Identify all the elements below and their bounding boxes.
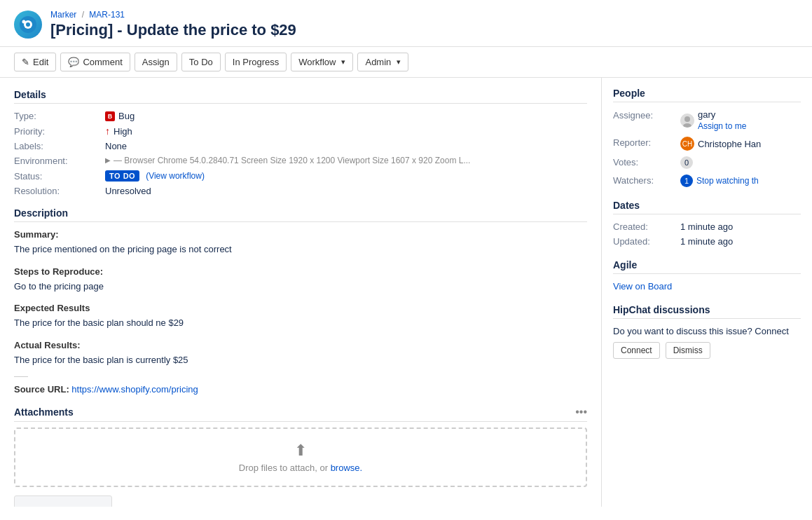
- reporter-value: CH Christophe Han: [680, 137, 801, 151]
- stop-watching-link[interactable]: Stop watching th: [696, 176, 759, 186]
- hipchat-title: HipChat discussions: [613, 304, 801, 319]
- assign-button[interactable]: Assign: [135, 53, 177, 71]
- resolution-value: Unresolved: [105, 186, 587, 196]
- votes-label: Votes:: [613, 156, 676, 167]
- browse-link[interactable]: browse.: [331, 463, 363, 473]
- divider: [14, 376, 28, 377]
- edit-button[interactable]: ✎ Edit: [14, 53, 56, 71]
- type-value: B Bug: [105, 111, 587, 121]
- assign-to-me-link[interactable]: Assign to me: [698, 121, 746, 131]
- labels-label: Labels:: [14, 141, 98, 151]
- details-title: Details: [14, 89, 587, 104]
- details-section: Details Type: B Bug Priority: ↑ High Lab…: [14, 89, 587, 196]
- in-progress-button[interactable]: In Progress: [225, 53, 287, 71]
- edit-icon: ✎: [22, 57, 29, 67]
- votes-badge: 0: [680, 156, 693, 169]
- thumbnail: Set up your store, pick a plan later: [14, 495, 112, 507]
- expected-label: Expected Results: [14, 303, 587, 313]
- drop-zone[interactable]: ⬆ Drop files to attach, or browse.: [14, 427, 587, 487]
- expected-block: Expected Results The price for the basic…: [14, 303, 587, 330]
- watchers-badge: 1: [680, 175, 693, 187]
- svg-point-5: [684, 116, 690, 122]
- svg-point-2: [26, 22, 30, 27]
- dismiss-button[interactable]: Dismiss: [666, 342, 710, 359]
- environment-label: Environment:: [14, 156, 98, 166]
- watchers-row: Watchers: 1 Stop watching th: [613, 175, 801, 187]
- source-url-label: Source URL:: [14, 384, 69, 395]
- watchers-label: Watchers:: [613, 175, 676, 186]
- priority-label: Priority:: [14, 126, 98, 137]
- steps-text: Go to the pricing page: [14, 280, 587, 294]
- created-value: 1 minute ago: [680, 221, 801, 232]
- breadcrumb-issue[interactable]: MAR-131: [89, 10, 125, 20]
- actual-text: The price for the basic plan is currentl…: [14, 353, 587, 367]
- comment-button[interactable]: 💬 Comment: [60, 53, 130, 71]
- priority-icon: ↑: [105, 125, 110, 137]
- view-on-board-link[interactable]: View on Board: [613, 281, 672, 292]
- labels-value: None: [105, 141, 587, 151]
- attachments-header: Attachments •••: [14, 406, 587, 422]
- bug-icon: B: [105, 111, 115, 121]
- drop-text: Drop files to attach, or: [239, 463, 328, 473]
- status-label: Status:: [14, 171, 98, 182]
- connect-button[interactable]: Connect: [613, 342, 660, 359]
- agile-section: Agile View on Board: [613, 259, 801, 292]
- environment-value: ▶ — Browser Chrome 54.0.2840.71 Screen S…: [105, 156, 587, 166]
- type-label: Type:: [14, 111, 98, 121]
- updated-value: 1 minute ago: [680, 236, 801, 247]
- breadcrumb: Marker / MAR-131: [50, 10, 296, 20]
- actual-block: Actual Results: The price for the basic …: [14, 340, 587, 367]
- people-title: People: [613, 88, 801, 102]
- main-layout: Details Type: B Bug Priority: ↑ High Lab…: [0, 78, 812, 507]
- votes-row: Votes: 0: [613, 156, 801, 169]
- details-grid: Type: B Bug Priority: ↑ High Labels: Non…: [14, 111, 587, 196]
- assignee-value: gary Assign to me: [680, 109, 801, 131]
- chevron-right-icon: ▶: [105, 156, 111, 164]
- admin-button[interactable]: Admin: [357, 53, 408, 71]
- summary-label: Summary:: [14, 229, 587, 240]
- dates-title: Dates: [613, 200, 801, 214]
- expected-text: The price for the basic plan should ne $…: [14, 316, 587, 330]
- created-row: Created: 1 minute ago: [613, 221, 801, 232]
- reporter-avatar: CH: [680, 137, 694, 151]
- view-workflow-link[interactable]: (View workflow): [146, 171, 205, 181]
- toolbar: ✎ Edit 💬 Comment Assign To Do In Progres…: [0, 47, 812, 78]
- hipchat-text: Do you want to discuss this issue? Conne…: [613, 326, 801, 336]
- header-text: Marker / MAR-131 [Pricing] - Update the …: [50, 10, 296, 39]
- description-title: Description: [14, 207, 587, 222]
- sidebar: People Assignee: gary Assign to me: [602, 78, 812, 507]
- attachments-section: Attachments ••• ⬆ Drop files to attach, …: [14, 406, 587, 507]
- resolution-label: Resolution:: [14, 186, 98, 196]
- steps-block: Steps to Reproduce: Go to the pricing pa…: [14, 266, 587, 294]
- attachments-more-button[interactable]: •••: [575, 406, 587, 418]
- summary-block: Summary: The price mentioned on the pric…: [14, 229, 587, 256]
- dates-section: Dates Created: 1 minute ago Updated: 1 m…: [613, 200, 801, 247]
- updated-label: Updated:: [613, 236, 676, 247]
- status-value: TO DO (View workflow): [105, 170, 587, 182]
- people-section: People Assignee: gary Assign to me: [613, 88, 801, 187]
- priority-value: ↑ High: [105, 125, 587, 137]
- workflow-button[interactable]: Workflow: [291, 53, 353, 71]
- source-url-link[interactable]: https://www.shopify.com/pricing: [71, 384, 198, 395]
- svg-point-3: [22, 20, 26, 24]
- watchers-value: 1 Stop watching th: [680, 175, 801, 187]
- todo-button[interactable]: To Do: [181, 53, 221, 71]
- source-url-block: Source URL: https://www.shopify.com/pric…: [14, 384, 587, 395]
- votes-value: 0: [680, 156, 801, 169]
- agile-title: Agile: [613, 259, 801, 274]
- actual-label: Actual Results:: [14, 340, 587, 350]
- updated-row: Updated: 1 minute ago: [613, 236, 801, 247]
- status-badge: TO DO: [105, 170, 139, 182]
- reporter-label: Reporter:: [613, 137, 676, 148]
- summary-text: The price mentioned on the pricing page …: [14, 242, 587, 256]
- issue-title: [Pricing] - Update the price to $29: [50, 21, 296, 39]
- breadcrumb-project[interactable]: Marker: [50, 10, 76, 20]
- hipchat-section: HipChat discussions Do you want to discu…: [613, 304, 801, 359]
- header: Marker / MAR-131 [Pricing] - Update the …: [0, 0, 812, 47]
- assignee-label: Assignee:: [613, 109, 676, 121]
- description-section: Description Summary: The price mentioned…: [14, 207, 587, 395]
- reporter-row: Reporter: CH Christophe Han: [613, 137, 801, 151]
- assignee-name: gary: [698, 109, 715, 120]
- assignee-row: Assignee: gary Assign to me: [613, 109, 801, 131]
- upload-icon: ⬆: [28, 442, 573, 460]
